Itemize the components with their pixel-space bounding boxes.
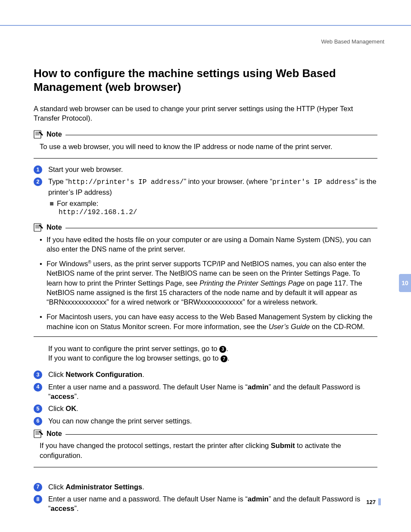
- step-bullet-3: 3: [34, 370, 42, 379]
- intro-paragraph: A standard web browser can be used to ch…: [34, 104, 377, 123]
- header-section-label: Web Based Management: [0, 26, 411, 46]
- example-label: For example:: [50, 199, 377, 208]
- step-6-body: You can now change the print server sett…: [48, 416, 377, 426]
- note2-item-3: For Macintosh users, you can have easy a…: [40, 312, 377, 331]
- inline-bullet-7: 7: [221, 355, 227, 362]
- step-1-text: Start your web browser.: [48, 165, 377, 174]
- s4-b1: admin: [248, 383, 269, 391]
- note-close-rule-3: [34, 467, 377, 467]
- note2-item-1: If you have edited the hosts file on you…: [40, 235, 377, 254]
- step-1: 1 Start your web browser.: [34, 165, 377, 174]
- page-content: How to configure the machine settings us…: [0, 66, 411, 513]
- s3-bold: Network Configuration: [65, 370, 142, 378]
- note2-item-2: For Windows® users, as the print server …: [40, 259, 377, 307]
- step-5-body: Click OK.: [48, 404, 377, 413]
- step-bullet-4: 4: [34, 383, 42, 392]
- step-2: 2 Type “http://printer's IP address/” in…: [34, 177, 377, 219]
- note3-pre: If you have changed the protocol setting…: [40, 442, 271, 449]
- note-icon: [34, 429, 44, 438]
- note-header: Note: [34, 130, 377, 139]
- registered-mark: ®: [88, 260, 91, 264]
- note2-b3-post: on the CD-ROM.: [310, 323, 364, 330]
- step-3-body: Click Network Configuration.: [48, 370, 377, 379]
- s4-b2: access: [51, 392, 75, 400]
- step-5: 5 Click OK.: [34, 404, 377, 413]
- s7-pre: Click: [48, 483, 65, 491]
- s5-pre: Click: [48, 404, 65, 412]
- goto2-post: .: [227, 354, 230, 362]
- note-header-3: Note: [34, 429, 377, 439]
- example-block: For example: http://192.168.1.2/: [50, 199, 377, 218]
- note-header-2: Note: [34, 223, 377, 232]
- step-bullet-5: 5: [34, 404, 42, 413]
- note-label-3: Note: [47, 429, 62, 439]
- example-url: http://192.168.1.2/: [59, 208, 377, 218]
- step-8-body: Enter a user name and a password. The de…: [48, 494, 377, 513]
- goto2-pre: If you want to configure the log browser…: [48, 354, 221, 362]
- goto-line-1: If you want to configure the print serve…: [48, 344, 377, 353]
- note-label-2: Note: [47, 223, 62, 232]
- s5-post: .: [76, 404, 78, 412]
- note-close-rule: [34, 158, 377, 159]
- s8-pre: Enter a user name and a password. The de…: [48, 495, 248, 503]
- page-title: How to configure the machine settings us…: [34, 66, 377, 94]
- note-2-list: If you have edited the hosts file on you…: [34, 235, 377, 331]
- step-bullet-1: 1: [34, 165, 42, 174]
- s8-b2: access: [51, 504, 75, 512]
- goto1-post: .: [226, 345, 228, 352]
- note2-b2-italic: Printing the Printer Settings Page: [199, 279, 305, 287]
- s7-post: .: [142, 483, 144, 491]
- step-7-body: Click Administrator Settings.: [48, 482, 377, 492]
- note-body: To use a web browser, you will need to k…: [34, 140, 377, 156]
- note-label: Note: [47, 130, 62, 139]
- s4-pre: Enter a user name and a password. The de…: [48, 383, 248, 391]
- note3-bold: Submit: [271, 442, 295, 449]
- note-icon: [34, 130, 44, 139]
- step-2-prefix: Type “: [48, 177, 68, 185]
- top-accent-bar: [0, 0, 411, 26]
- note-rule: [65, 228, 377, 228]
- step-4: 4 Enter a user name and a password. The …: [34, 382, 377, 401]
- s8-b1: admin: [248, 495, 269, 503]
- step-bullet-6: 6: [34, 417, 42, 426]
- s5-bold: OK: [65, 404, 76, 412]
- step-3: 3 Click Network Configuration.: [34, 370, 377, 379]
- note-close-rule-2: [34, 336, 377, 337]
- note-rule: [65, 434, 377, 435]
- note-3-body: If you have changed the protocol setting…: [34, 439, 377, 464]
- s8-post: ”.: [75, 504, 79, 512]
- note-rule: [65, 135, 377, 135]
- goto-line-2: If you want to configure the log browser…: [48, 353, 377, 363]
- step-6: 6 You can now change the print server se…: [34, 416, 377, 426]
- step-2-code2: printer's IP address: [272, 178, 355, 186]
- note2-b2-pre: For Windows: [47, 260, 88, 268]
- s7-bold: Administrator Settings: [65, 483, 142, 491]
- s3-pre: Click: [48, 370, 65, 378]
- inline-bullet-3: 3: [219, 346, 226, 353]
- step-bullet-2: 2: [34, 177, 42, 186]
- goto1-pre: If you want to configure the print serve…: [48, 345, 219, 352]
- s3-post: .: [142, 370, 144, 378]
- step-2-body: Type “http://printer's IP address/” into…: [48, 177, 377, 219]
- step-bullet-8: 8: [34, 495, 42, 504]
- step-8: 8 Enter a user name and a password. The …: [34, 494, 377, 513]
- page-number: 127: [366, 498, 381, 506]
- step-7: 7 Click Administrator Settings.: [34, 482, 377, 492]
- goto-block: If you want to configure the print serve…: [48, 344, 377, 363]
- s4-post: ”.: [75, 392, 79, 400]
- step-bullet-7: 7: [34, 483, 42, 492]
- step-2-code: http://printer's IP address/: [68, 178, 184, 186]
- note2-b3-italic: User’s Guide: [268, 323, 310, 330]
- step-2-mid: ” into your browser. (where “: [184, 177, 272, 185]
- note-icon: [34, 223, 44, 232]
- step-4-body: Enter a user name and a password. The de…: [48, 382, 377, 401]
